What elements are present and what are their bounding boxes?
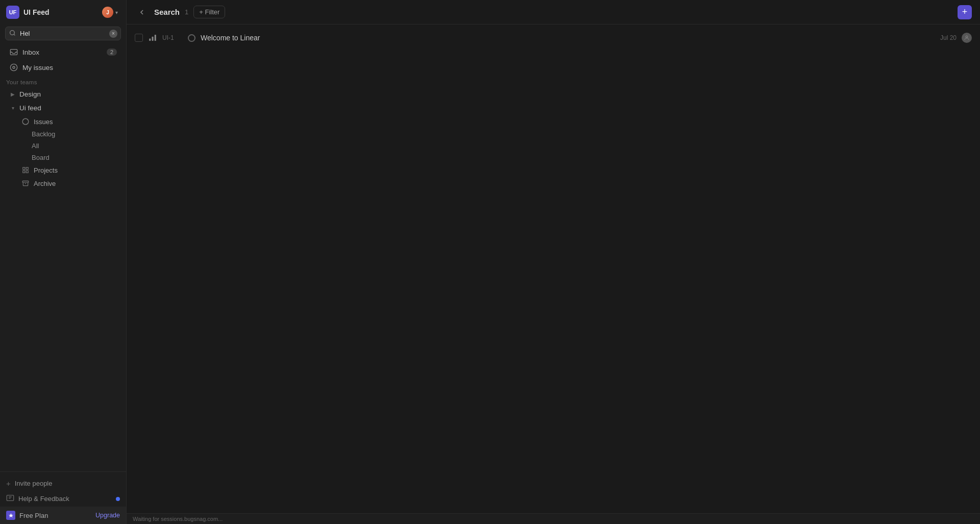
issue-checkbox[interactable] [135,34,143,42]
invite-people-item[interactable]: + Invite people [0,476,126,491]
user-avatar: J [102,7,113,18]
issues-list: UI-1 Welcome to Linear Jul 20 [127,25,980,513]
issue-title: Welcome to Linear [201,34,935,42]
sidebar-header: UF UI Feed J ▾ [0,0,126,25]
svg-rect-9 [22,181,29,182]
header-search-label: Search [154,8,180,16]
main-header: Search 1 + Filter + [127,0,980,25]
my-issues-icon [9,63,18,72]
svg-point-3 [13,66,15,68]
projects-sub-label: Projects [34,166,58,174]
svg-point-0 [10,30,15,35]
your-teams-section-header: Your teams [0,75,126,87]
svg-rect-8 [26,171,28,173]
inbox-label: Inbox [22,49,39,56]
ui-feed-team-chevron-down-icon: ▾ [9,105,16,112]
table-row[interactable]: UI-1 Welcome to Linear Jul 20 [127,29,980,47]
svg-rect-12 [152,37,154,41]
invite-people-label: Invite people [15,480,53,487]
sidebar-bottom: + Invite people Help & Feedback Free Pla… [0,471,126,524]
issues-sub-item[interactable]: Issues [3,115,123,128]
design-team-item[interactable]: ▶ Design [3,88,123,101]
svg-rect-13 [155,35,156,41]
all-label: All [32,142,39,150]
search-input[interactable] [5,27,121,40]
design-team-name: Design [19,90,41,98]
backlog-label: Backlog [32,130,55,138]
priority-icon [148,33,157,42]
archive-icon [21,179,30,187]
workspace-avatar: UF [6,6,19,19]
projects-grid-icon [21,166,30,174]
inbox-badge: 2 [107,49,117,56]
status-bar-text: Waiting for sessions.bugsnag.com... [133,516,223,522]
inbox-nav-item[interactable]: Inbox 2 [3,45,123,59]
help-feedback-label: Help & Feedback [18,495,69,503]
result-count: 1 [185,8,188,16]
chevron-down-icon: ▾ [115,10,118,15]
archive-sub-label: Archive [34,180,56,187]
back-button[interactable] [135,5,149,19]
my-issues-label: My issues [22,64,53,72]
inbox-icon [9,47,18,57]
upgrade-button[interactable]: Upgrade [95,512,120,519]
filter-button[interactable]: + Filter [193,6,225,18]
svg-rect-11 [149,39,151,41]
invite-plus-icon: + [6,479,11,488]
free-plan-bar: Free Plan Upgrade [0,507,126,524]
svg-point-2 [10,64,17,70]
ui-feed-team-item[interactable]: ▾ Ui feed [3,102,123,114]
status-bar: Waiting for sessions.bugsnag.com... [127,513,980,524]
archive-sub-item[interactable]: Archive [3,177,123,189]
svg-point-14 [966,36,968,38]
sidebar: UF UI Feed J ▾ × Inbox 2 My issues [0,0,127,524]
search-icon [9,30,16,38]
backlog-sub-item[interactable]: Backlog [3,129,123,139]
free-plan-label: Free Plan [19,512,48,519]
projects-sub-item[interactable]: Projects [3,164,123,176]
workspace-name: UI Feed [23,8,50,16]
search-box: × [5,27,121,40]
board-label: Board [32,154,50,161]
search-clear-button[interactable]: × [109,30,117,38]
issue-date: Jul 20 [940,34,957,41]
help-icon [6,494,14,504]
plan-icon [6,511,15,520]
issue-id: UI-1 [162,34,183,41]
ui-feed-team-name: Ui feed [19,104,41,112]
svg-point-4 [22,118,29,125]
issues-circle-icon [21,117,30,126]
svg-rect-6 [26,168,28,170]
svg-rect-5 [23,168,25,170]
design-team-chevron-right-icon: ▶ [9,91,16,98]
all-sub-item[interactable]: All [3,140,123,151]
workspace-info[interactable]: UF UI Feed [6,6,50,19]
notification-dot [116,497,120,501]
issue-user-avatar [962,33,972,43]
issues-sub-label: Issues [34,118,53,126]
my-issues-nav-item[interactable]: My issues [3,60,123,75]
user-avatar-button[interactable]: J ▾ [100,6,120,19]
add-issue-button[interactable]: + [958,5,972,19]
issue-status-icon [188,34,195,42]
board-sub-item[interactable]: Board [3,152,123,163]
help-feedback-item[interactable]: Help & Feedback [0,491,126,507]
svg-rect-7 [23,171,25,173]
main-content: Search 1 + Filter + UI-1 Welcome to Line… [127,0,980,524]
